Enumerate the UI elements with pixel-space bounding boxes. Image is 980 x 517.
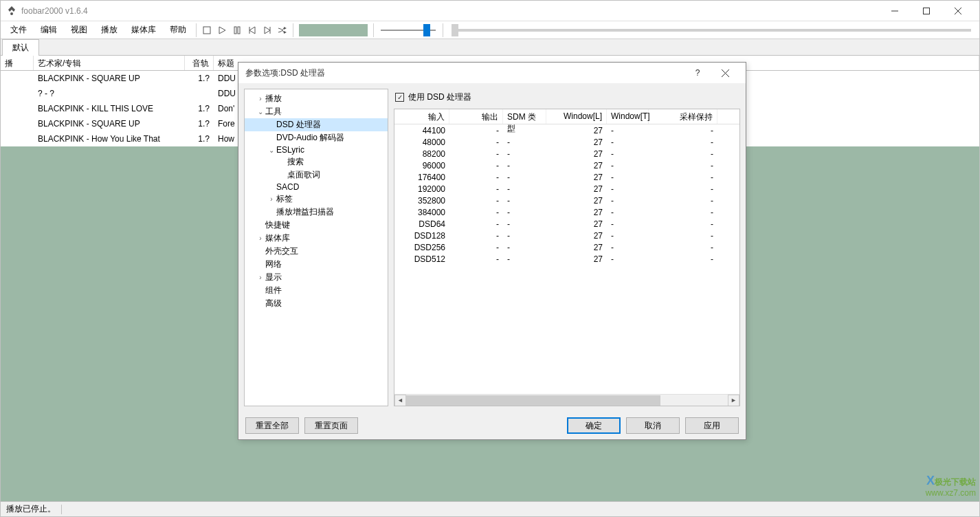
apply-button[interactable]: 应用 xyxy=(685,417,739,434)
tree-item[interactable]: ›显示 xyxy=(245,271,388,284)
tree-item[interactable]: ›播放 xyxy=(245,92,388,105)
expand-icon[interactable]: ⌄ xyxy=(267,146,276,154)
tree-item[interactable]: 网络 xyxy=(245,258,388,271)
scroll-track[interactable] xyxy=(406,395,728,406)
menu-play[interactable]: 播放 xyxy=(94,21,124,38)
cell-wint: - xyxy=(607,160,649,171)
close-button[interactable] xyxy=(942,1,974,21)
cell-wint: - xyxy=(607,230,649,241)
menu-help[interactable]: 帮助 xyxy=(163,21,193,38)
th-input[interactable]: 输入 xyxy=(394,109,449,124)
cell-sdm: - xyxy=(503,195,546,206)
tree-item[interactable]: 桌面歌词 xyxy=(245,168,388,182)
svg-marker-14 xyxy=(284,31,287,34)
table-row[interactable]: 176400--27-- xyxy=(394,171,739,183)
cell-wint: - xyxy=(607,137,649,148)
tree-item[interactable]: ›媒体库 xyxy=(245,232,388,245)
tree-label: 搜索 xyxy=(287,156,304,168)
cell-artist: BLACKPINK - SQUARE UP xyxy=(34,72,185,85)
stop-button[interactable] xyxy=(199,23,214,38)
svg-point-0 xyxy=(10,12,13,15)
tab-default[interactable]: 默认 xyxy=(2,39,39,56)
maximize-button[interactable] xyxy=(911,1,942,21)
dialog-titlebar[interactable]: 参数选项:DSD 处理器 ? xyxy=(238,63,746,83)
th-wint[interactable]: Window[T] xyxy=(607,109,649,124)
cell-winl: 27 xyxy=(546,207,607,218)
tree-item[interactable]: 组件 xyxy=(245,284,388,297)
tree-item[interactable]: 快捷键 xyxy=(245,219,388,232)
cancel-button[interactable]: 取消 xyxy=(626,417,680,434)
help-button[interactable]: ? xyxy=(684,63,711,83)
close-icon[interactable] xyxy=(711,63,739,83)
cell-winl: 27 xyxy=(546,125,607,136)
expand-icon[interactable]: ⌄ xyxy=(256,108,265,116)
tree-item[interactable]: ⌄工具 xyxy=(245,105,388,118)
table-row[interactable]: DSD64--27-- xyxy=(394,218,739,230)
table-row[interactable]: 88200--27-- xyxy=(394,148,739,160)
preferences-tree[interactable]: ›播放⌄工具DSD 处理器DVD-Audio 解码器⌄ESLyric搜索桌面歌词… xyxy=(244,89,388,406)
scroll-thumb[interactable] xyxy=(406,395,660,406)
prev-button[interactable] xyxy=(245,23,260,38)
random-button[interactable] xyxy=(275,23,290,38)
cell-sdm: - xyxy=(503,219,546,230)
th-output[interactable]: 输出 xyxy=(449,109,503,124)
next-button[interactable] xyxy=(260,23,275,38)
expand-icon[interactable]: › xyxy=(256,95,265,102)
menu-library[interactable]: 媒体库 xyxy=(124,21,163,38)
table-row[interactable]: DSD128--27-- xyxy=(394,230,739,241)
table-row[interactable]: 352800--27-- xyxy=(394,195,739,206)
table-body[interactable]: 44100--27--48000--27--88200--27--96000--… xyxy=(394,124,739,394)
use-dsd-checkbox-row: ✓ 使用 DSD 处理器 xyxy=(394,89,740,109)
th-sdm[interactable]: SDM 类型 xyxy=(503,109,546,124)
expand-icon[interactable]: › xyxy=(256,274,265,281)
cell-winl: 27 xyxy=(546,195,607,206)
cell-output: - xyxy=(449,195,503,206)
column-track[interactable]: 音轨号 xyxy=(185,56,214,70)
tree-item[interactable]: ›标签 xyxy=(245,192,388,206)
separator xyxy=(293,23,293,37)
column-playing[interactable]: 播放… xyxy=(1,56,34,70)
cell-artist: ? - ? xyxy=(34,87,185,100)
column-artist[interactable]: 艺术家/专辑 xyxy=(34,56,185,70)
separator xyxy=(196,23,197,37)
play-button[interactable] xyxy=(214,23,230,38)
menu-file[interactable]: 文件 xyxy=(3,21,34,38)
tree-item[interactable]: 播放增益扫描器 xyxy=(245,206,388,219)
table-row[interactable]: 96000--27-- xyxy=(394,160,739,171)
th-winl[interactable]: Window[L] xyxy=(546,109,607,124)
tree-item[interactable]: SACD xyxy=(245,182,388,192)
use-dsd-checkbox[interactable]: ✓ xyxy=(395,93,404,102)
ok-button[interactable]: 确定 xyxy=(567,417,621,434)
tree-item[interactable]: ⌄ESLyric xyxy=(245,144,388,155)
menu-edit[interactable]: 编辑 xyxy=(34,21,64,38)
tree-item[interactable]: DVD-Audio 解码器 xyxy=(245,131,388,144)
tree-item[interactable]: DSD 处理器 xyxy=(245,118,388,131)
volume-slider[interactable] xyxy=(381,24,436,36)
svg-rect-8 xyxy=(238,27,240,34)
table-row[interactable]: 192000--27-- xyxy=(394,183,739,195)
pause-button[interactable] xyxy=(230,23,245,38)
scroll-left-icon[interactable]: ◄ xyxy=(394,395,406,406)
table-row[interactable]: DSD256--27-- xyxy=(394,241,739,253)
cell-track: 1.? xyxy=(185,72,214,85)
tree-item[interactable]: 搜索 xyxy=(245,155,388,168)
th-resample[interactable]: 采样保持 xyxy=(649,109,717,124)
table-row[interactable]: 384000--27-- xyxy=(394,206,739,218)
table-row[interactable]: 48000--27-- xyxy=(394,136,739,148)
minimize-button[interactable] xyxy=(879,1,911,21)
order-indicator[interactable] xyxy=(299,24,368,36)
reset-all-button[interactable]: 重置全部 xyxy=(245,417,299,434)
svg-rect-7 xyxy=(234,27,236,34)
expand-icon[interactable]: › xyxy=(267,195,276,203)
tree-label: DVD-Audio 解码器 xyxy=(276,132,344,144)
seek-slider[interactable] xyxy=(452,24,971,36)
scroll-right-icon[interactable]: ► xyxy=(728,395,739,406)
table-row[interactable]: 44100--27-- xyxy=(394,124,739,136)
tree-item[interactable]: 外壳交互 xyxy=(245,245,388,258)
table-row[interactable]: DSD512--27-- xyxy=(394,253,739,265)
expand-icon[interactable]: › xyxy=(256,234,265,242)
horizontal-scrollbar[interactable]: ◄ ► xyxy=(394,394,739,406)
reset-page-button[interactable]: 重置页面 xyxy=(304,417,358,434)
tree-item[interactable]: 高级 xyxy=(245,297,388,310)
menu-view[interactable]: 视图 xyxy=(64,21,94,38)
